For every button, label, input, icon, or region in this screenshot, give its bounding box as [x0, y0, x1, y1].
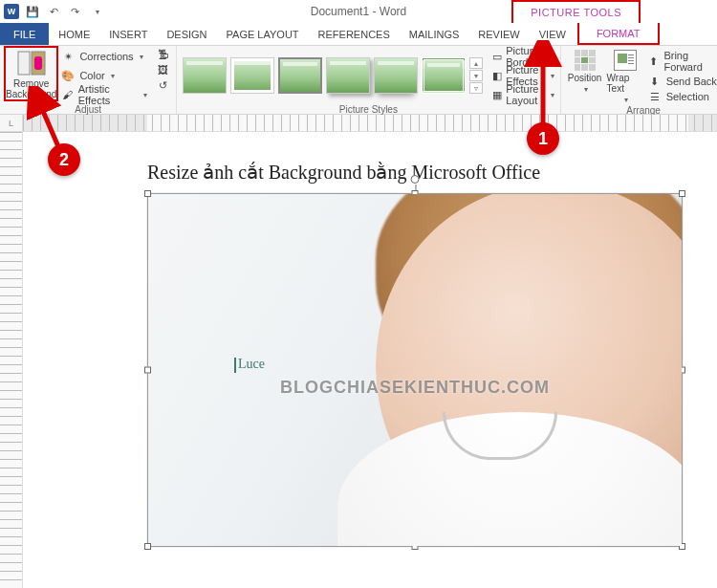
content-area: Resize ảnh cắt Background bằng Microsoft… — [0, 132, 717, 588]
tab-page-layout[interactable]: PAGE LAYOUT — [217, 23, 309, 45]
tab-insert[interactable]: INSERT — [99, 23, 157, 45]
color-label: Color — [79, 70, 104, 81]
svg-rect-2 — [34, 56, 42, 70]
border-icon: ▭ — [492, 50, 502, 63]
style-thumb[interactable] — [230, 57, 274, 94]
tab-file[interactable]: FILE — [0, 23, 49, 45]
titlebar: W 💾 ↶ ↷ ▾ Document1 - Word PICTURE TOOLS — [0, 0, 717, 23]
change-picture-icon[interactable]: 🖼 — [155, 63, 170, 76]
tab-home[interactable]: HOME — [49, 23, 99, 45]
ruler-corner: L — [0, 115, 23, 132]
ruler-row: L — [0, 115, 717, 132]
vertical-ruler[interactable] — [0, 132, 23, 588]
selected-picture[interactable]: Luce BLOGCHIASEKIENTHUC.COM — [147, 193, 683, 547]
quick-access-toolbar: 💾 ↶ ↷ ▾ — [25, 4, 105, 19]
tab-format[interactable]: FORMAT — [577, 23, 660, 45]
tab-design[interactable]: DESIGN — [157, 23, 216, 45]
tab-view[interactable]: VIEW — [530, 23, 576, 45]
document-page[interactable]: Resize ảnh cắt Background bằng Microsoft… — [23, 132, 717, 588]
word-app-icon: W — [4, 4, 19, 19]
remove-background-button[interactable]: Remove Background — [6, 48, 56, 99]
rotate-handle[interactable] — [411, 175, 420, 184]
tab-references[interactable]: REFERENCES — [309, 23, 400, 45]
picture-styles-gallery[interactable]: ▴▾▿ — [183, 57, 483, 94]
redo-icon[interactable]: ↷ — [67, 4, 82, 19]
document-heading: Resize ảnh cắt Background bằng Microsoft… — [147, 161, 717, 184]
corrections-button[interactable]: ✴ Corrections▾ — [60, 48, 147, 65]
selection-icon: ☰ — [647, 90, 663, 103]
svg-rect-0 — [18, 52, 30, 75]
horizontal-ruler[interactable] — [23, 115, 717, 132]
tab-mailings[interactable]: MAILINGS — [400, 23, 469, 45]
window-title: Document1 - Word — [311, 5, 406, 18]
send-backward-label: Send Back — [666, 76, 717, 87]
style-thumb[interactable] — [374, 57, 418, 94]
ribbon: Remove Background ✴ Corrections▾ 🎨 Color… — [0, 46, 717, 115]
save-icon[interactable]: 💾 — [25, 4, 40, 19]
image-watermark: BLOGCHIASEKIENTHUC.COM — [280, 378, 550, 398]
position-icon — [575, 50, 596, 71]
remove-background-label: Remove Background — [6, 78, 56, 99]
image-brand: Luce — [234, 357, 265, 373]
bring-forward-button[interactable]: ⬆Bring Forward — [647, 50, 717, 73]
color-icon: 🎨 — [60, 69, 76, 82]
selection-label: Selection — [666, 91, 709, 102]
picture-border-button[interactable]: ▭Picture Border▾ — [492, 48, 554, 65]
photo-content: Luce BLOGCHIASEKIENTHUC.COM — [148, 194, 682, 546]
callout-1: 1 — [527, 122, 559, 155]
picture-effects-button[interactable]: ◧Picture Effects▾ — [492, 67, 554, 84]
tab-review[interactable]: REVIEW — [468, 23, 529, 45]
group-picture-styles: ▴▾▿ ▭Picture Border▾ ◧Picture Effects▾ ▦… — [177, 46, 560, 114]
style-thumb[interactable] — [326, 57, 370, 94]
reset-picture-icon[interactable]: ↺ — [155, 78, 170, 92]
callout-2: 2 — [48, 143, 80, 176]
artistic-effects-button[interactable]: 🖌 Artistic Effects▾ — [60, 86, 147, 103]
wrap-text-button[interactable]: Wrap Text▾ — [607, 48, 643, 104]
layout-icon: ▦ — [492, 88, 502, 101]
picture-layout-button[interactable]: ▦Picture Layout▾ — [492, 86, 554, 103]
compress-icon[interactable]: 🗜 — [155, 48, 170, 61]
effects-icon: ◧ — [492, 69, 502, 82]
color-button[interactable]: 🎨 Color▾ — [60, 67, 147, 84]
artistic-icon: 🖌 — [60, 88, 74, 101]
gallery-scroll[interactable]: ▴▾▿ — [469, 57, 483, 94]
qat-more-icon[interactable]: ▾ — [90, 4, 105, 19]
selection-pane-button[interactable]: ☰Selection — [647, 90, 717, 103]
group-adjust-label: Adjust — [6, 103, 170, 115]
style-thumb[interactable] — [183, 57, 227, 94]
style-thumb[interactable] — [422, 57, 466, 94]
bring-forward-label: Bring Forward — [663, 50, 717, 73]
bring-forward-icon: ⬆ — [647, 54, 661, 68]
group-adjust: Remove Background ✴ Corrections▾ 🎨 Color… — [0, 46, 177, 114]
position-button[interactable]: Position▾ — [567, 48, 603, 94]
corrections-label: Corrections — [79, 51, 133, 62]
ribbon-tabs: FILE HOME INSERT DESIGN PAGE LAYOUT REFE… — [0, 23, 717, 46]
remove-background-icon — [16, 50, 47, 76]
style-thumb[interactable] — [278, 57, 322, 94]
contextual-tab-title: PICTURE TOOLS — [511, 0, 641, 23]
position-label: Position — [568, 73, 602, 83]
wrap-text-label: Wrap Text — [607, 73, 643, 94]
wrap-text-icon — [614, 50, 637, 71]
group-picture-styles-label: Picture Styles — [183, 103, 554, 115]
send-backward-icon: ⬇ — [647, 75, 663, 88]
send-backward-button[interactable]: ⬇Send Back — [647, 75, 717, 88]
corrections-icon: ✴ — [60, 50, 76, 63]
undo-icon[interactable]: ↶ — [46, 4, 61, 19]
group-arrange: Position▾ Wrap Text▾ ⬆Bring Forward ⬇Sen… — [561, 46, 718, 114]
